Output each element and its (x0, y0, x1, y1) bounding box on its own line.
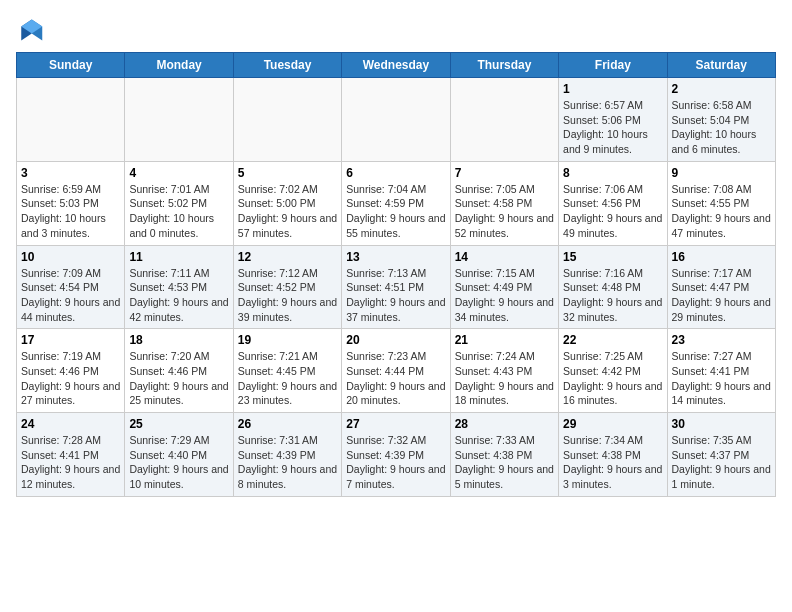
day-number: 9 (672, 166, 771, 180)
day-number: 14 (455, 250, 554, 264)
day-number: 22 (563, 333, 662, 347)
calendar-cell: 22Sunrise: 7:25 AM Sunset: 4:42 PM Dayli… (559, 329, 667, 413)
calendar-cell (342, 78, 450, 162)
header-day-tuesday: Tuesday (233, 53, 341, 78)
calendar-cell: 9Sunrise: 7:08 AM Sunset: 4:55 PM Daylig… (667, 161, 775, 245)
calendar-table: SundayMondayTuesdayWednesdayThursdayFrid… (16, 52, 776, 497)
calendar-cell: 16Sunrise: 7:17 AM Sunset: 4:47 PM Dayli… (667, 245, 775, 329)
header-day-monday: Monday (125, 53, 233, 78)
day-number: 24 (21, 417, 120, 431)
day-info: Sunrise: 7:24 AM Sunset: 4:43 PM Dayligh… (455, 349, 554, 408)
day-info: Sunrise: 7:11 AM Sunset: 4:53 PM Dayligh… (129, 266, 228, 325)
day-number: 12 (238, 250, 337, 264)
day-number: 2 (672, 82, 771, 96)
calendar-cell: 18Sunrise: 7:20 AM Sunset: 4:46 PM Dayli… (125, 329, 233, 413)
day-info: Sunrise: 7:21 AM Sunset: 4:45 PM Dayligh… (238, 349, 337, 408)
calendar-cell: 8Sunrise: 7:06 AM Sunset: 4:56 PM Daylig… (559, 161, 667, 245)
calendar-week-1: 1Sunrise: 6:57 AM Sunset: 5:06 PM Daylig… (17, 78, 776, 162)
day-info: Sunrise: 7:35 AM Sunset: 4:37 PM Dayligh… (672, 433, 771, 492)
day-info: Sunrise: 7:01 AM Sunset: 5:02 PM Dayligh… (129, 182, 228, 241)
day-info: Sunrise: 6:58 AM Sunset: 5:04 PM Dayligh… (672, 98, 771, 157)
day-info: Sunrise: 7:29 AM Sunset: 4:40 PM Dayligh… (129, 433, 228, 492)
day-info: Sunrise: 6:57 AM Sunset: 5:06 PM Dayligh… (563, 98, 662, 157)
header-day-wednesday: Wednesday (342, 53, 450, 78)
calendar-cell: 15Sunrise: 7:16 AM Sunset: 4:48 PM Dayli… (559, 245, 667, 329)
day-info: Sunrise: 7:12 AM Sunset: 4:52 PM Dayligh… (238, 266, 337, 325)
day-info: Sunrise: 7:25 AM Sunset: 4:42 PM Dayligh… (563, 349, 662, 408)
calendar-cell (125, 78, 233, 162)
day-info: Sunrise: 7:23 AM Sunset: 4:44 PM Dayligh… (346, 349, 445, 408)
day-info: Sunrise: 7:15 AM Sunset: 4:49 PM Dayligh… (455, 266, 554, 325)
day-number: 15 (563, 250, 662, 264)
calendar-week-3: 10Sunrise: 7:09 AM Sunset: 4:54 PM Dayli… (17, 245, 776, 329)
day-info: Sunrise: 7:16 AM Sunset: 4:48 PM Dayligh… (563, 266, 662, 325)
day-number: 21 (455, 333, 554, 347)
calendar-cell: 24Sunrise: 7:28 AM Sunset: 4:41 PM Dayli… (17, 413, 125, 497)
calendar-cell: 6Sunrise: 7:04 AM Sunset: 4:59 PM Daylig… (342, 161, 450, 245)
day-info: Sunrise: 7:33 AM Sunset: 4:38 PM Dayligh… (455, 433, 554, 492)
day-info: Sunrise: 7:02 AM Sunset: 5:00 PM Dayligh… (238, 182, 337, 241)
day-info: Sunrise: 7:19 AM Sunset: 4:46 PM Dayligh… (21, 349, 120, 408)
day-number: 10 (21, 250, 120, 264)
header-day-saturday: Saturday (667, 53, 775, 78)
header-day-thursday: Thursday (450, 53, 558, 78)
day-number: 23 (672, 333, 771, 347)
calendar-cell: 3Sunrise: 6:59 AM Sunset: 5:03 PM Daylig… (17, 161, 125, 245)
calendar-cell: 19Sunrise: 7:21 AM Sunset: 4:45 PM Dayli… (233, 329, 341, 413)
calendar-cell: 2Sunrise: 6:58 AM Sunset: 5:04 PM Daylig… (667, 78, 775, 162)
calendar-cell (450, 78, 558, 162)
day-number: 1 (563, 82, 662, 96)
day-number: 5 (238, 166, 337, 180)
day-number: 16 (672, 250, 771, 264)
calendar-cell (17, 78, 125, 162)
day-number: 19 (238, 333, 337, 347)
day-info: Sunrise: 7:06 AM Sunset: 4:56 PM Dayligh… (563, 182, 662, 241)
day-info: Sunrise: 7:09 AM Sunset: 4:54 PM Dayligh… (21, 266, 120, 325)
day-number: 4 (129, 166, 228, 180)
calendar-cell: 25Sunrise: 7:29 AM Sunset: 4:40 PM Dayli… (125, 413, 233, 497)
calendar-cell: 13Sunrise: 7:13 AM Sunset: 4:51 PM Dayli… (342, 245, 450, 329)
calendar-cell: 1Sunrise: 6:57 AM Sunset: 5:06 PM Daylig… (559, 78, 667, 162)
day-number: 11 (129, 250, 228, 264)
day-info: Sunrise: 7:32 AM Sunset: 4:39 PM Dayligh… (346, 433, 445, 492)
calendar-cell: 29Sunrise: 7:34 AM Sunset: 4:38 PM Dayli… (559, 413, 667, 497)
day-number: 18 (129, 333, 228, 347)
calendar-cell: 14Sunrise: 7:15 AM Sunset: 4:49 PM Dayli… (450, 245, 558, 329)
day-number: 8 (563, 166, 662, 180)
day-number: 29 (563, 417, 662, 431)
logo (16, 16, 48, 44)
calendar-cell: 30Sunrise: 7:35 AM Sunset: 4:37 PM Dayli… (667, 413, 775, 497)
day-info: Sunrise: 7:28 AM Sunset: 4:41 PM Dayligh… (21, 433, 120, 492)
day-number: 13 (346, 250, 445, 264)
day-info: Sunrise: 6:59 AM Sunset: 5:03 PM Dayligh… (21, 182, 120, 241)
day-number: 26 (238, 417, 337, 431)
header-day-sunday: Sunday (17, 53, 125, 78)
day-number: 27 (346, 417, 445, 431)
day-number: 30 (672, 417, 771, 431)
day-number: 20 (346, 333, 445, 347)
page-header (16, 16, 776, 44)
day-info: Sunrise: 7:05 AM Sunset: 4:58 PM Dayligh… (455, 182, 554, 241)
calendar-week-5: 24Sunrise: 7:28 AM Sunset: 4:41 PM Dayli… (17, 413, 776, 497)
calendar-body: 1Sunrise: 6:57 AM Sunset: 5:06 PM Daylig… (17, 78, 776, 497)
day-info: Sunrise: 7:27 AM Sunset: 4:41 PM Dayligh… (672, 349, 771, 408)
day-info: Sunrise: 7:31 AM Sunset: 4:39 PM Dayligh… (238, 433, 337, 492)
calendar-cell: 27Sunrise: 7:32 AM Sunset: 4:39 PM Dayli… (342, 413, 450, 497)
header-row: SundayMondayTuesdayWednesdayThursdayFrid… (17, 53, 776, 78)
day-info: Sunrise: 7:17 AM Sunset: 4:47 PM Dayligh… (672, 266, 771, 325)
day-info: Sunrise: 7:20 AM Sunset: 4:46 PM Dayligh… (129, 349, 228, 408)
calendar-cell: 7Sunrise: 7:05 AM Sunset: 4:58 PM Daylig… (450, 161, 558, 245)
day-info: Sunrise: 7:04 AM Sunset: 4:59 PM Dayligh… (346, 182, 445, 241)
calendar-cell: 12Sunrise: 7:12 AM Sunset: 4:52 PM Dayli… (233, 245, 341, 329)
day-info: Sunrise: 7:08 AM Sunset: 4:55 PM Dayligh… (672, 182, 771, 241)
calendar-cell: 4Sunrise: 7:01 AM Sunset: 5:02 PM Daylig… (125, 161, 233, 245)
day-info: Sunrise: 7:13 AM Sunset: 4:51 PM Dayligh… (346, 266, 445, 325)
day-number: 6 (346, 166, 445, 180)
calendar-cell: 23Sunrise: 7:27 AM Sunset: 4:41 PM Dayli… (667, 329, 775, 413)
calendar-week-2: 3Sunrise: 6:59 AM Sunset: 5:03 PM Daylig… (17, 161, 776, 245)
calendar-cell: 17Sunrise: 7:19 AM Sunset: 4:46 PM Dayli… (17, 329, 125, 413)
calendar-cell: 28Sunrise: 7:33 AM Sunset: 4:38 PM Dayli… (450, 413, 558, 497)
calendar-header: SundayMondayTuesdayWednesdayThursdayFrid… (17, 53, 776, 78)
day-number: 28 (455, 417, 554, 431)
calendar-cell: 5Sunrise: 7:02 AM Sunset: 5:00 PM Daylig… (233, 161, 341, 245)
